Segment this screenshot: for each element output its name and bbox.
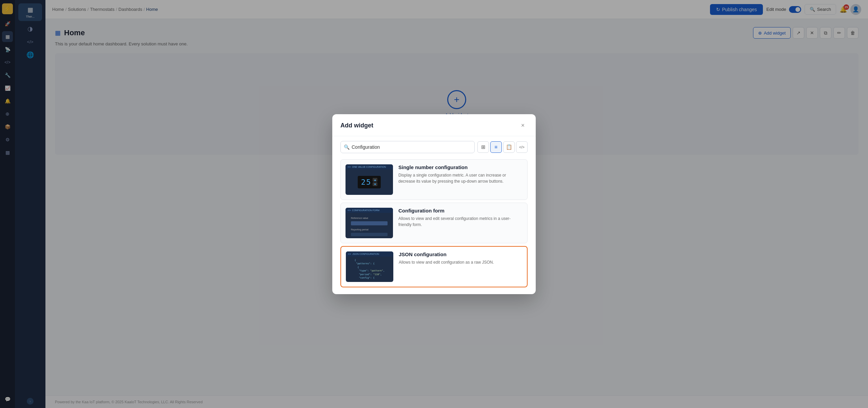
- modal-body: <> ONE VALUE CONFIGURATION 25 ▲ ▼: [332, 157, 536, 294]
- number-arrows: ▲ ▼: [373, 178, 377, 186]
- form-field-input-ref: [351, 221, 388, 225]
- widget-name-config-form: Configuration form: [398, 208, 522, 213]
- modal-search-row: 🔍 ⊞ ≡ 📋 </>: [332, 136, 536, 157]
- number-digits: 25: [361, 178, 372, 186]
- preview-code-icon: <>: [348, 165, 351, 168]
- widget-name-single-number: Single number configuration: [398, 164, 522, 170]
- view-list-button[interactable]: ≡: [490, 141, 502, 153]
- widget-preview-body-form: Reference value Reporting period: [346, 213, 393, 238]
- widget-preview-header-single: <> ONE VALUE CONFIGURATION: [346, 164, 393, 169]
- widget-preview-single-number: <> ONE VALUE CONFIGURATION 25 ▲ ▼: [346, 164, 393, 195]
- widget-preview-body-single: 25 ▲ ▼: [346, 169, 393, 195]
- view-toggle: ⊞ ≡ 📋 </>: [477, 141, 528, 153]
- arrow-up: ▲: [373, 178, 377, 182]
- view-code-button[interactable]: </>: [516, 141, 528, 153]
- arrow-down: ▼: [373, 182, 377, 186]
- number-display: 25 ▲ ▼: [358, 176, 381, 188]
- widget-preview-body-json: { "patterns": { { "type": "pattern", "pe…: [346, 257, 393, 282]
- widget-desc-json-config: Allows to view and edit configuration as…: [399, 259, 522, 265]
- widget-desc-config-form: Allows to view and edit several configur…: [398, 216, 522, 228]
- widget-preview-config-form: <> CONFIGURATION FORM Reference value Re…: [346, 208, 393, 238]
- form-field-input-period: [351, 233, 388, 236]
- view-grid-button[interactable]: ⊞: [477, 141, 489, 153]
- widget-card-json-config[interactable]: <> JSON CONFIGURATION { "patterns": { { …: [340, 246, 528, 287]
- preview-code-icon-json: <>: [348, 252, 351, 256]
- widget-preview-header-form: <> CONFIGURATION FORM: [346, 208, 393, 213]
- modal-title: Add widget: [340, 122, 373, 129]
- widget-info-json-config: JSON configuration Allows to view and ed…: [399, 251, 522, 265]
- widget-name-json-config: JSON configuration: [399, 251, 522, 257]
- add-widget-modal: Add widget × 🔍 ⊞ ≡ 📋 </> <> ONE VALUE: [332, 114, 536, 294]
- json-preview: { "patterns": { { "type": "pattern", "pe…: [352, 257, 388, 282]
- modal-search-wrap: 🔍: [340, 141, 475, 153]
- form-field-label-ref: Reference value: [351, 217, 388, 219]
- form-field-label-period: Reporting period: [351, 228, 388, 231]
- view-clipboard-button[interactable]: 📋: [503, 141, 515, 153]
- widget-card-single-number[interactable]: <> ONE VALUE CONFIGURATION 25 ▲ ▼: [340, 159, 528, 200]
- widget-info-config-form: Configuration form Allows to view and ed…: [398, 208, 522, 228]
- widget-preview-json-config: <> JSON CONFIGURATION { "patterns": { { …: [346, 251, 393, 282]
- modal-close-button[interactable]: ×: [518, 121, 528, 130]
- widget-card-config-form[interactable]: <> CONFIGURATION FORM Reference value Re…: [340, 203, 528, 243]
- widget-preview-header-json: <> JSON CONFIGURATION: [346, 251, 393, 257]
- config-form-preview: Reference value Reporting period: [348, 215, 390, 238]
- preview-header-label-single: ONE VALUE CONFIGURATION: [352, 166, 386, 168]
- modal-search-input[interactable]: [340, 141, 475, 153]
- widget-desc-single-number: Display a single configuration metric. A…: [398, 172, 522, 184]
- modal-search-icon: 🔍: [344, 144, 350, 150]
- preview-code-icon-form: <>: [348, 209, 351, 212]
- modal-overlay[interactable]: Add widget × 🔍 ⊞ ≡ 📋 </> <> ONE VALUE: [0, 0, 868, 408]
- preview-header-label-json: JSON CONFIGURATION: [352, 253, 379, 255]
- widget-info-single-number: Single number configuration Display a si…: [398, 164, 522, 184]
- modal-header: Add widget ×: [332, 114, 536, 136]
- preview-header-label-form: CONFIGURATION FORM: [352, 209, 379, 211]
